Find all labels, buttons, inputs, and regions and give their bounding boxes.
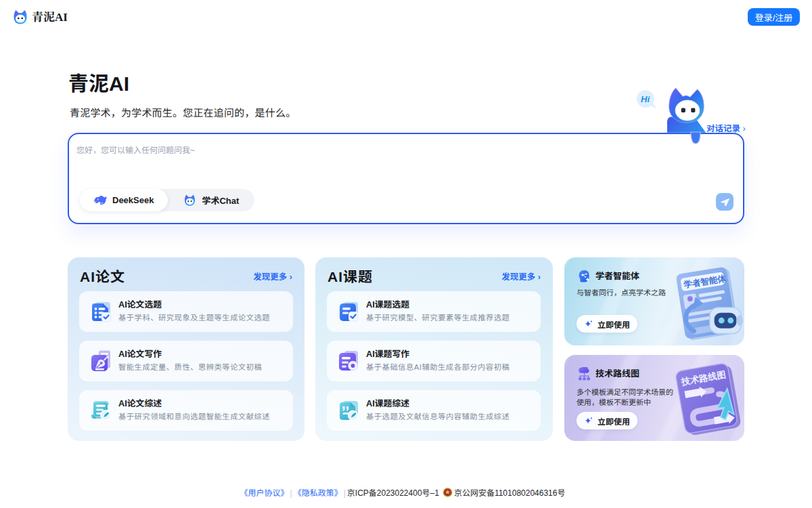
svg-text:Hi: Hi [641, 94, 650, 104]
